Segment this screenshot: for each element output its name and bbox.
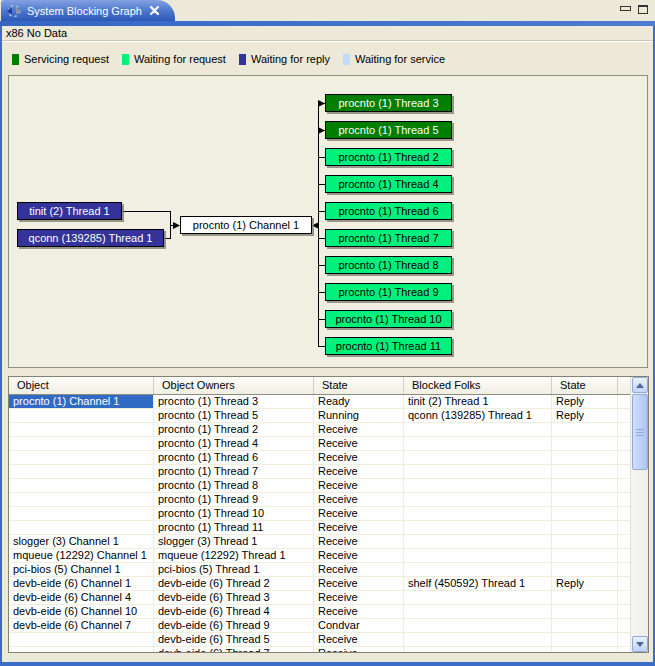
table-cell[interactable] <box>552 591 618 605</box>
graph-node-thread[interactable]: procnto (1) Thread 11 <box>325 337 452 355</box>
table-cell[interactable] <box>404 535 552 549</box>
table-cell[interactable] <box>404 647 552 652</box>
table-cell[interactable]: Receive <box>314 521 404 535</box>
table-cell[interactable] <box>404 633 552 647</box>
table-cell[interactable] <box>552 465 618 479</box>
table-cell[interactable]: Reply <box>552 577 618 591</box>
graph-node-thread[interactable]: procnto (1) Thread 5 <box>325 121 452 139</box>
table-cell[interactable] <box>552 451 618 465</box>
table-row[interactable]: procnto (1) Thread 9Receive <box>9 493 630 507</box>
table-cell[interactable] <box>9 493 154 507</box>
table-cell[interactable] <box>404 451 552 465</box>
table-cell[interactable] <box>9 521 154 535</box>
graph-node-thread[interactable]: procnto (1) Thread 6 <box>325 202 452 220</box>
table-row[interactable]: procnto (1) Channel 1procnto (1) Thread … <box>9 395 630 409</box>
table-row[interactable]: devb-eide (6) Channel 1devb-eide (6) Thr… <box>9 577 630 591</box>
graph-node-qconn[interactable]: qconn (139285) Thread 1 <box>17 229 164 247</box>
table-cell[interactable]: Receive <box>314 577 404 591</box>
table-cell[interactable] <box>552 423 618 437</box>
table-cell[interactable]: devb-eide (6) Channel 10 <box>9 605 154 619</box>
table-cell[interactable]: devb-eide (6) Thread 3 <box>154 591 314 605</box>
table-cell[interactable] <box>404 437 552 451</box>
table-cell[interactable]: Receive <box>314 507 404 521</box>
table-cell[interactable]: mqueue (12292) Channel 1 <box>9 549 154 563</box>
graph-node-thread[interactable]: procnto (1) Thread 4 <box>325 175 452 193</box>
table-cell[interactable]: Receive <box>314 563 404 577</box>
table-cell[interactable]: devb-eide (6) Channel 4 <box>9 591 154 605</box>
table-row[interactable]: procnto (1) Thread 6Receive <box>9 451 630 465</box>
table-row[interactable]: procnto (1) Thread 10Receive <box>9 507 630 521</box>
table-cell[interactable]: Receive <box>314 647 404 652</box>
table-cell[interactable] <box>9 647 154 652</box>
table-cell[interactable]: procnto (1) Channel 1 <box>9 395 154 409</box>
table-cell[interactable] <box>552 437 618 451</box>
table-cell[interactable] <box>9 423 154 437</box>
column-header-state2[interactable]: State <box>552 377 618 394</box>
table-cell[interactable]: mqueue (12292) Thread 1 <box>154 549 314 563</box>
table-cell[interactable]: Reply <box>552 409 618 423</box>
table-cell[interactable] <box>552 479 618 493</box>
column-header-blocked-folks[interactable]: Blocked Folks <box>404 377 552 394</box>
table-cell[interactable] <box>404 563 552 577</box>
graph-node-channel[interactable]: procnto (1) Channel 1 <box>180 216 312 234</box>
table-cell[interactable] <box>552 619 618 633</box>
table-cell[interactable] <box>552 521 618 535</box>
column-header-state[interactable]: State <box>314 377 404 394</box>
table-cell[interactable] <box>9 437 154 451</box>
graph-node-thread[interactable]: procnto (1) Thread 10 <box>325 310 452 328</box>
table-cell[interactable]: Running <box>314 409 404 423</box>
table-cell[interactable] <box>9 507 154 521</box>
table-cell[interactable]: procnto (1) Thread 11 <box>154 521 314 535</box>
minimize-icon[interactable] <box>620 5 630 14</box>
column-header-object-owners[interactable]: Object Owners <box>154 377 314 394</box>
table-cell[interactable]: Receive <box>314 591 404 605</box>
table-cell[interactable]: Receive <box>314 465 404 479</box>
table-cell[interactable] <box>404 549 552 563</box>
table-cell[interactable]: pci-bios (5) Channel 1 <box>9 563 154 577</box>
table-cell[interactable]: devb-eide (6) Thread 4 <box>154 605 314 619</box>
table-cell[interactable]: procnto (1) Thread 7 <box>154 465 314 479</box>
table-row[interactable]: procnto (1) Thread 11Receive <box>9 521 630 535</box>
table-row[interactable]: procnto (1) Thread 4Receive <box>9 437 630 451</box>
table-cell[interactable] <box>404 507 552 521</box>
table-cell[interactable]: devb-eide (6) Thread 9 <box>154 619 314 633</box>
table-row[interactable]: devb-eide (6) Thread 7Receive <box>9 647 630 652</box>
table-row[interactable]: procnto (1) Thread 2Receive <box>9 423 630 437</box>
table-cell[interactable] <box>552 633 618 647</box>
graph-node-thread[interactable]: procnto (1) Thread 7 <box>325 229 452 247</box>
table-cell[interactable] <box>404 465 552 479</box>
table-cell[interactable]: qconn (139285) Thread 1 <box>404 409 552 423</box>
scroll-down-icon[interactable] <box>632 636 648 652</box>
table-cell[interactable] <box>404 521 552 535</box>
table-cell[interactable]: pci-bios (5) Thread 1 <box>154 563 314 577</box>
table-row[interactable]: slogger (3) Channel 1slogger (3) Thread … <box>9 535 630 549</box>
table-cell[interactable] <box>552 535 618 549</box>
table-cell[interactable]: Receive <box>314 605 404 619</box>
table-cell[interactable]: procnto (1) Thread 3 <box>154 395 314 409</box>
table-cell[interactable]: devb-eide (6) Channel 7 <box>9 619 154 633</box>
table-cell[interactable] <box>9 465 154 479</box>
table-row[interactable]: devb-eide (6) Thread 5Receive <box>9 633 630 647</box>
table-cell[interactable]: Condvar <box>314 619 404 633</box>
table-row[interactable]: procnto (1) Thread 8Receive <box>9 479 630 493</box>
table-row[interactable]: procnto (1) Thread 7Receive <box>9 465 630 479</box>
table-cell[interactable]: Ready <box>314 395 404 409</box>
table-cell[interactable] <box>552 507 618 521</box>
table-cell[interactable] <box>404 619 552 633</box>
graph-node-tinit[interactable]: tinit (2) Thread 1 <box>17 202 122 220</box>
scroll-up-icon[interactable] <box>632 377 648 393</box>
graph-node-thread[interactable]: procnto (1) Thread 3 <box>325 94 452 112</box>
table-cell[interactable]: shelf (450592) Thread 1 <box>404 577 552 591</box>
graph-node-thread[interactable]: procnto (1) Thread 9 <box>325 283 452 301</box>
table-row[interactable]: mqueue (12292) Channel 1mqueue (12292) T… <box>9 549 630 563</box>
scrollbar-thumb[interactable] <box>632 394 648 470</box>
table-cell[interactable] <box>552 549 618 563</box>
graph-node-thread[interactable]: procnto (1) Thread 2 <box>325 148 452 166</box>
table-row[interactable]: devb-eide (6) Channel 7devb-eide (6) Thr… <box>9 619 630 633</box>
graph-node-thread[interactable]: procnto (1) Thread 8 <box>325 256 452 274</box>
table-cell[interactable] <box>9 479 154 493</box>
table-cell[interactable]: procnto (1) Thread 2 <box>154 423 314 437</box>
table-cell[interactable] <box>9 451 154 465</box>
table-cell[interactable]: procnto (1) Thread 4 <box>154 437 314 451</box>
table-cell[interactable]: Receive <box>314 423 404 437</box>
